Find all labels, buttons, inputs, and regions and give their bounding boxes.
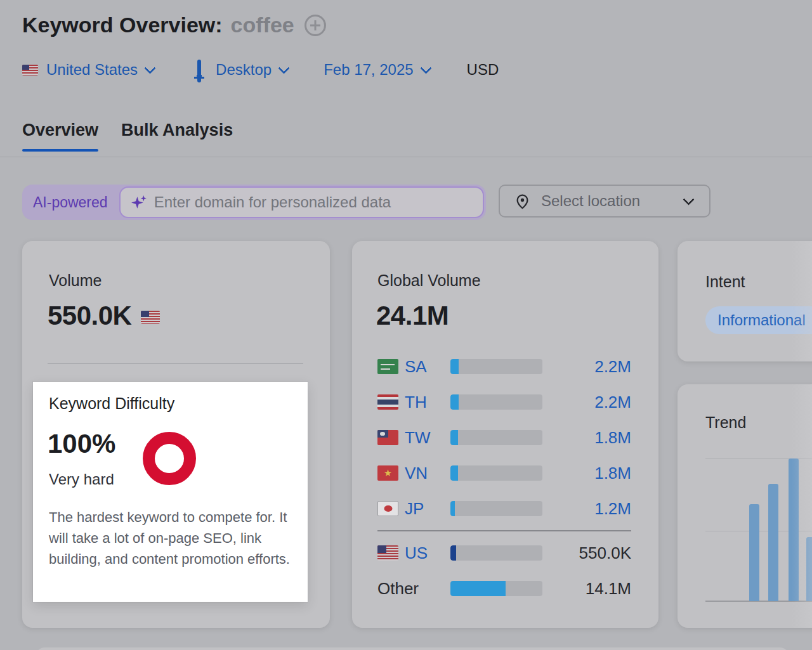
tabs-divider bbox=[0, 157, 812, 157]
volume-bar bbox=[450, 359, 542, 374]
volume-bar bbox=[450, 394, 542, 410]
global-volume-row: VN1.8M bbox=[377, 455, 631, 491]
volume-card: Volume 550.0K Keyword Difficulty 100% Ve… bbox=[22, 241, 330, 628]
select-location-label: Select location bbox=[541, 192, 676, 210]
global-volume-row: Other14.1M bbox=[377, 571, 631, 606]
country-code: SA bbox=[405, 357, 427, 377]
difficulty-description: The hardest keyword to compete for. It w… bbox=[49, 507, 296, 569]
next-row-card-edge bbox=[35, 647, 790, 650]
active-tab-underline bbox=[22, 149, 98, 152]
page-title-text: Keyword Overview: bbox=[22, 13, 223, 37]
global-volume-row: TH2.2M bbox=[377, 384, 631, 420]
keyword-difficulty-box: Keyword Difficulty 100% Very hard The ha… bbox=[33, 382, 308, 602]
device-label: Desktop bbox=[216, 61, 272, 79]
trend-title: Trend bbox=[705, 413, 746, 432]
global-volume-rows: SA2.2MTH2.2MTW1.8MVN1.8MJP1.2MUS550.0KOt… bbox=[377, 349, 631, 606]
desktop-icon bbox=[190, 62, 209, 79]
chevron-down-icon bbox=[278, 62, 289, 74]
flag-jp-icon bbox=[377, 501, 398, 516]
flag-tw-icon bbox=[377, 430, 398, 445]
flag-us-icon bbox=[377, 545, 398, 561]
volume-title: Volume bbox=[49, 271, 102, 290]
flag-vn-icon bbox=[377, 465, 398, 481]
keyword-text: coffee bbox=[231, 13, 294, 37]
volume-bar bbox=[450, 545, 542, 561]
country-code: US bbox=[405, 543, 428, 563]
trend-bar bbox=[749, 504, 759, 601]
global-volume-row: JP1.2M bbox=[377, 491, 631, 526]
divider bbox=[48, 363, 303, 364]
volume-value: 1.8M bbox=[542, 464, 631, 483]
global-volume-row: TW1.8M bbox=[377, 420, 631, 455]
filter-row: United States Desktop Feb 17, 2025 USD bbox=[22, 61, 499, 79]
volume-bar bbox=[450, 465, 542, 481]
country-code: VN bbox=[405, 464, 428, 483]
country-code: TW bbox=[405, 428, 430, 448]
global-volume-card: Global Volume 24.1M SA2.2MTH2.2MTW1.8MVN… bbox=[352, 241, 658, 628]
country-code: TH bbox=[405, 393, 427, 412]
volume-value: 550.0K bbox=[542, 543, 631, 563]
global-volume-title: Global Volume bbox=[377, 271, 481, 290]
domain-input-wrap bbox=[119, 186, 484, 218]
trend-bar bbox=[768, 484, 778, 601]
divider bbox=[377, 530, 631, 531]
volume-bar bbox=[450, 430, 542, 445]
add-keyword-button[interactable] bbox=[304, 15, 326, 36]
edge-fade bbox=[792, 241, 812, 361]
volume-value: 2.2M bbox=[542, 393, 631, 412]
chevron-down-icon bbox=[420, 62, 431, 74]
volume-bar bbox=[450, 501, 542, 516]
device-dropdown[interactable]: Desktop bbox=[190, 61, 288, 79]
trend-bar bbox=[789, 458, 799, 601]
trend-card: Trend bbox=[678, 384, 812, 628]
global-volume-row: SA2.2M bbox=[377, 349, 631, 384]
domain-input[interactable] bbox=[153, 193, 483, 212]
us-flag-icon bbox=[141, 311, 160, 324]
tab-bar: Overview Bulk Analysis bbox=[22, 120, 233, 152]
intent-card: Intent Informational bbox=[678, 241, 812, 361]
volume-value: 1.2M bbox=[542, 499, 631, 519]
country-code: JP bbox=[405, 499, 424, 519]
keyword-difficulty-title: Keyword Difficulty bbox=[49, 394, 174, 413]
global-volume-value: 24.1M bbox=[376, 301, 449, 331]
ai-powered-badge: AI-powered bbox=[22, 194, 119, 211]
country-dropdown[interactable]: United States bbox=[22, 61, 154, 79]
chevron-down-icon bbox=[683, 193, 694, 205]
volume-value: 1.8M bbox=[542, 428, 631, 448]
date-dropdown[interactable]: Feb 17, 2025 bbox=[324, 61, 429, 79]
ai-domain-widget: AI-powered bbox=[22, 185, 486, 220]
sparkle-icon bbox=[131, 194, 148, 211]
flag-sa-icon bbox=[377, 359, 398, 374]
volume-value: 2.2M bbox=[542, 357, 631, 377]
flag-th-icon bbox=[377, 394, 398, 410]
page-title: Keyword Overview: coffee bbox=[22, 13, 326, 37]
tab-overview[interactable]: Overview bbox=[22, 120, 98, 152]
date-label: Feb 17, 2025 bbox=[324, 61, 413, 79]
select-location-button[interactable]: Select location bbox=[499, 185, 710, 218]
country-code: Other bbox=[377, 579, 419, 599]
tab-bulk-analysis[interactable]: Bulk Analysis bbox=[121, 120, 233, 152]
intent-title: Intent bbox=[705, 273, 745, 291]
volume-value: 14.1M bbox=[542, 579, 631, 599]
currency-label: USD bbox=[467, 61, 499, 79]
intent-badge[interactable]: Informational bbox=[705, 306, 812, 334]
chevron-down-icon bbox=[144, 62, 155, 74]
difficulty-level: Very hard bbox=[49, 471, 114, 488]
difficulty-donut-gauge bbox=[143, 432, 196, 485]
difficulty-percent: 100% bbox=[48, 429, 115, 459]
trend-bar bbox=[806, 537, 812, 601]
trend-bar-chart bbox=[705, 458, 812, 601]
us-flag-icon bbox=[22, 65, 38, 75]
global-volume-row: US550.0K bbox=[377, 535, 631, 571]
volume-value: 550.0K bbox=[48, 301, 160, 331]
volume-bar bbox=[450, 581, 542, 596]
country-label: United States bbox=[46, 61, 138, 79]
location-pin-icon bbox=[514, 193, 531, 210]
